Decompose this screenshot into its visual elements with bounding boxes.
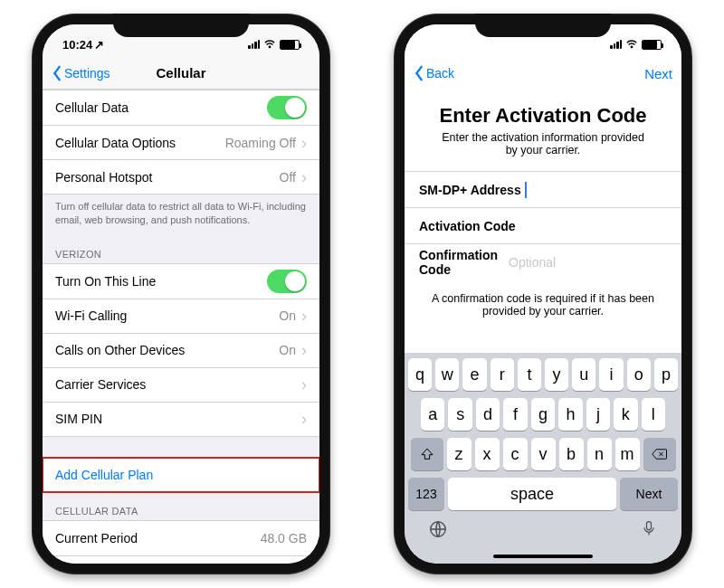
key-r[interactable]: r [491, 358, 514, 391]
battery-icon [280, 40, 300, 50]
back-label: Back [426, 66, 454, 81]
field-label: Activation Code [419, 219, 516, 233]
chevron-right-icon: › [301, 342, 307, 358]
cell-wifi-calling[interactable]: Wi-Fi Calling On› [43, 299, 319, 333]
phone-left: 10:24 ↗ Settings Cellular Cellular Data [32, 14, 330, 574]
cell-turn-on-line[interactable]: Turn On This Line [43, 264, 319, 299]
notch [475, 14, 611, 37]
space-key[interactable]: space [448, 478, 616, 510]
field-confirmation-code[interactable]: Confirmation Code [405, 243, 681, 280]
page-title: Cellular [43, 65, 319, 81]
key-q[interactable]: q [408, 358, 432, 391]
keyboard-next-key[interactable]: Next [620, 478, 678, 510]
label: SIM PIN [55, 412, 102, 426]
key-s[interactable]: s [448, 398, 472, 431]
cell-calls-other-devices[interactable]: Calls on Other Devices On› [43, 333, 319, 367]
cell-current-period: Current Period 48.0 GB [43, 521, 319, 555]
shift-key[interactable] [411, 438, 443, 470]
chevron-right-icon: › [301, 308, 307, 324]
field-activation-code[interactable]: Activation Code [405, 207, 681, 243]
keyboard: qwertyuiop asdfghjkl zxcvbnm 123 space N… [405, 353, 681, 564]
value: On [279, 308, 296, 323]
chevron-left-icon [414, 65, 424, 81]
key-x[interactable]: x [475, 438, 500, 470]
cell-cellular-data-options[interactable]: Cellular Data Options Roaming Off› [43, 125, 319, 159]
key-n[interactable]: n [587, 438, 612, 470]
key-y[interactable]: y [545, 358, 568, 391]
cell-cellular-data[interactable]: Cellular Data [43, 90, 319, 125]
page-subtitle: Enter the activation information provide… [405, 131, 681, 171]
settings-scroll[interactable]: Cellular Data Cellular Data Options Roam… [43, 90, 319, 564]
label: Personal Hotspot [55, 170, 152, 185]
key-c[interactable]: c [503, 438, 528, 470]
toggle-cellular-data[interactable] [267, 96, 307, 119]
key-e[interactable]: e [462, 358, 486, 391]
cell-sim-pin[interactable]: SIM PIN › [43, 402, 319, 436]
svg-point-5 [631, 46, 632, 47]
value: On [279, 343, 296, 357]
toggle-turn-on-line[interactable] [267, 270, 307, 293]
nav-bar: Settings Cellular [43, 57, 319, 90]
cell-current-period-roaming: Current Period Roaming 45.6 KB [43, 555, 319, 564]
battery-icon [642, 40, 662, 50]
field-label: SM-DP+ Address [419, 183, 521, 197]
svg-rect-7 [647, 522, 652, 530]
label: Wi-Fi Calling [55, 308, 127, 323]
globe-icon[interactable] [428, 519, 448, 544]
next-button[interactable]: Next [644, 66, 672, 81]
key-v[interactable]: v [531, 438, 556, 470]
key-t[interactable]: t [518, 358, 541, 391]
label: Turn On This Line [55, 274, 156, 289]
chevron-right-icon: › [301, 376, 307, 393]
key-u[interactable]: u [572, 358, 595, 391]
key-f[interactable]: f [503, 398, 527, 431]
field-label: Confirmation Code [419, 248, 503, 277]
phone-right: Back Next Enter Activation Code Enter th… [394, 14, 692, 574]
delete-icon [652, 448, 668, 460]
mic-icon[interactable] [640, 519, 658, 544]
section-header-data: CELLULAR DATA [43, 493, 319, 520]
notch [113, 14, 249, 37]
value: Off [280, 170, 296, 185]
key-z[interactable]: z [447, 438, 472, 470]
section-header-carrier: VERIZON [43, 236, 319, 263]
key-m[interactable]: m [615, 438, 640, 470]
label: Current Period [55, 531, 138, 545]
key-d[interactable]: d [476, 398, 500, 431]
chevron-right-icon: › [301, 411, 307, 427]
location-arrow-icon: ↗ [94, 38, 104, 52]
cell-personal-hotspot[interactable]: Personal Hotspot Off› [43, 159, 319, 194]
value: Roaming Off [225, 136, 296, 150]
key-p[interactable]: p [654, 358, 678, 391]
numbers-key[interactable]: 123 [408, 478, 444, 510]
cell-add-cellular-plan[interactable]: Add Cellular Plan [43, 458, 319, 492]
label: Carrier Services [55, 377, 146, 392]
status-time: 10:24 [62, 38, 92, 52]
home-indicator[interactable] [493, 555, 593, 558]
key-o[interactable]: o [627, 358, 651, 391]
svg-point-0 [269, 46, 270, 47]
label: Cellular Data Options [55, 136, 176, 150]
cellular-signal-icon [610, 40, 622, 49]
wifi-icon [625, 38, 638, 51]
cellular-signal-icon [248, 40, 260, 49]
key-b[interactable]: b [559, 438, 584, 470]
key-h[interactable]: h [558, 398, 582, 431]
delete-key[interactable] [643, 438, 676, 470]
key-l[interactable]: l [642, 398, 665, 431]
field-note: A confirmation code is required if it ha… [405, 280, 681, 330]
key-g[interactable]: g [531, 398, 555, 431]
key-k[interactable]: k [614, 398, 637, 431]
label: Add Cellular Plan [55, 468, 153, 482]
confirmation-input[interactable] [509, 255, 667, 270]
key-w[interactable]: w [435, 358, 459, 391]
value: 48.0 GB [261, 531, 307, 545]
cell-carrier-services[interactable]: Carrier Services › [43, 367, 319, 402]
key-i[interactable]: i [599, 358, 623, 391]
key-j[interactable]: j [586, 398, 610, 431]
field-smdp-address[interactable]: SM-DP+ Address [405, 171, 681, 207]
page-title: Enter Activation Code [405, 90, 681, 131]
back-button[interactable]: Back [414, 65, 454, 81]
key-a[interactable]: a [421, 398, 444, 431]
footer-note: Turn off cellular data to restrict all d… [43, 194, 319, 236]
